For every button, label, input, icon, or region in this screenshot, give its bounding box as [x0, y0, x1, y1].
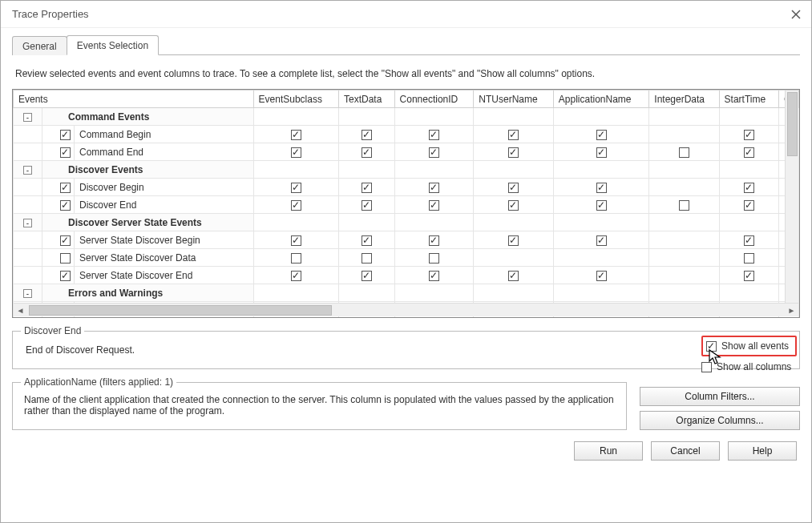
- column-description-title: ApplicationName (filters applied: 1): [21, 376, 176, 388]
- cell-checkbox[interactable]: [362, 200, 372, 211]
- cell-checkbox[interactable]: [744, 183, 754, 193]
- cell-checkbox[interactable]: [429, 183, 439, 193]
- cell-checkbox[interactable]: [508, 271, 519, 281]
- cell-checkbox[interactable]: [596, 200, 607, 211]
- cell-checkbox[interactable]: [291, 147, 301, 158]
- expand-collapse-icon[interactable]: -: [23, 289, 32, 298]
- cell-checkbox[interactable]: [508, 147, 519, 158]
- cell-checkbox[interactable]: [679, 147, 689, 158]
- event-group-label[interactable]: Discover Server State Events: [42, 214, 254, 231]
- event-description-title: Discover End: [21, 325, 84, 336]
- event-row-label[interactable]: Server State Discover Begin: [75, 231, 254, 249]
- cancel-button[interactable]: Cancel: [651, 441, 720, 461]
- event-row-checkbox[interactable]: [60, 200, 71, 211]
- event-row-checkbox[interactable]: [60, 235, 71, 246]
- window-title: Trace Properties: [12, 8, 89, 20]
- event-row-checkbox[interactable]: [60, 271, 71, 281]
- column-filters-button[interactable]: Column Filters...: [640, 387, 800, 406]
- cell-checkbox[interactable]: [744, 271, 754, 281]
- tab-events-selection[interactable]: Events Selection: [67, 35, 159, 55]
- horizontal-scrollbar[interactable]: ◄ ►: [14, 303, 798, 316]
- event-row-label[interactable]: Discover End: [75, 196, 254, 214]
- cell-checkbox[interactable]: [429, 200, 439, 211]
- column-description-text: Name of the client application that crea…: [22, 389, 616, 418]
- cell-checkbox[interactable]: [429, 253, 439, 264]
- cell-checkbox[interactable]: [362, 130, 372, 140]
- instruction-text: Review selected events and event columns…: [12, 55, 800, 89]
- cell-checkbox[interactable]: [291, 130, 301, 140]
- event-row-label[interactable]: Command End: [75, 143, 254, 161]
- cell-checkbox[interactable]: [596, 183, 607, 193]
- close-icon[interactable]: [789, 7, 803, 22]
- cell-checkbox[interactable]: [291, 183, 301, 193]
- cell-checkbox[interactable]: [291, 253, 301, 264]
- cell-checkbox[interactable]: [744, 147, 754, 158]
- right-buttons: Column Filters... Organize Columns...: [640, 382, 800, 430]
- event-row-label[interactable]: Command Begin: [75, 126, 254, 143]
- event-row-label[interactable]: Discover Begin: [75, 179, 254, 196]
- cell-checkbox[interactable]: [429, 130, 439, 140]
- column-header[interactable]: TextData: [339, 91, 395, 108]
- show-all-events-option[interactable]: Show all events: [701, 336, 797, 356]
- cell-checkbox[interactable]: [508, 130, 519, 140]
- cell-checkbox[interactable]: [596, 271, 607, 281]
- scroll-left-icon[interactable]: ◄: [14, 304, 27, 317]
- show-all-columns-option[interactable]: Show all columns: [701, 361, 797, 372]
- scroll-right-icon[interactable]: ►: [785, 304, 798, 317]
- cell-checkbox[interactable]: [362, 253, 372, 264]
- show-all-columns-checkbox[interactable]: [701, 362, 712, 372]
- cell-checkbox[interactable]: [291, 271, 301, 281]
- column-header[interactable]: IntegerData: [649, 91, 719, 108]
- show-all-events-label: Show all events: [721, 340, 789, 352]
- cell-checkbox[interactable]: [508, 235, 519, 246]
- event-group-label[interactable]: Command Events: [42, 108, 254, 126]
- help-button[interactable]: Help: [728, 441, 797, 461]
- column-header[interactable]: EventSubclass: [253, 91, 338, 108]
- cell-checkbox[interactable]: [362, 183, 372, 193]
- cell-checkbox[interactable]: [362, 271, 372, 281]
- expand-collapse-icon[interactable]: -: [23, 113, 32, 122]
- cell-checkbox[interactable]: [429, 271, 439, 281]
- cell-checkbox[interactable]: [508, 200, 519, 211]
- event-row-checkbox[interactable]: [60, 130, 71, 140]
- cell-checkbox[interactable]: [744, 235, 754, 246]
- trace-properties-dialog: Trace Properties General Events Selectio…: [0, 0, 812, 523]
- cell-checkbox[interactable]: [362, 235, 372, 246]
- events-grid[interactable]: EventsEventSubclassTextDataConnectionIDN…: [12, 89, 800, 318]
- event-row-label[interactable]: Server State Discover End: [75, 267, 254, 284]
- cell-checkbox[interactable]: [596, 147, 607, 158]
- dialog-footer: Run Cancel Help: [12, 433, 800, 464]
- cell-checkbox[interactable]: [596, 235, 607, 246]
- run-button[interactable]: Run: [574, 441, 643, 461]
- event-row-checkbox[interactable]: [60, 183, 71, 193]
- tab-general[interactable]: General: [12, 36, 67, 55]
- column-header[interactable]: StartTime: [719, 91, 778, 108]
- vertical-scrollbar[interactable]: [785, 91, 798, 303]
- cell-checkbox[interactable]: [362, 147, 372, 158]
- dialog-content: General Events Selection Review selected…: [1, 28, 811, 522]
- cell-checkbox[interactable]: [744, 200, 754, 211]
- cell-checkbox[interactable]: [744, 253, 754, 264]
- expand-collapse-icon[interactable]: -: [23, 166, 32, 175]
- show-all-columns-label: Show all columns: [717, 361, 791, 372]
- event-group-label[interactable]: Discover Events: [42, 161, 254, 179]
- cell-checkbox[interactable]: [679, 200, 689, 211]
- cell-checkbox[interactable]: [429, 147, 439, 158]
- cell-checkbox[interactable]: [596, 130, 607, 140]
- cell-checkbox[interactable]: [508, 183, 519, 193]
- show-all-events-checkbox[interactable]: [706, 341, 717, 352]
- column-header[interactable]: Events: [14, 91, 254, 108]
- column-header[interactable]: NTUserName: [474, 91, 553, 108]
- event-group-label[interactable]: Errors and Warnings: [42, 284, 254, 302]
- expand-collapse-icon[interactable]: -: [23, 219, 32, 227]
- cell-checkbox[interactable]: [744, 130, 754, 140]
- cell-checkbox[interactable]: [429, 235, 439, 246]
- cell-checkbox[interactable]: [291, 235, 301, 246]
- column-header[interactable]: ApplicationName: [553, 91, 649, 108]
- organize-columns-button[interactable]: Organize Columns...: [640, 411, 800, 430]
- event-row-checkbox[interactable]: [60, 147, 71, 158]
- column-header[interactable]: ConnectionID: [394, 91, 474, 108]
- event-row-checkbox[interactable]: [60, 253, 71, 264]
- cell-checkbox[interactable]: [291, 200, 301, 211]
- event-row-label[interactable]: Server State Discover Data: [75, 249, 254, 267]
